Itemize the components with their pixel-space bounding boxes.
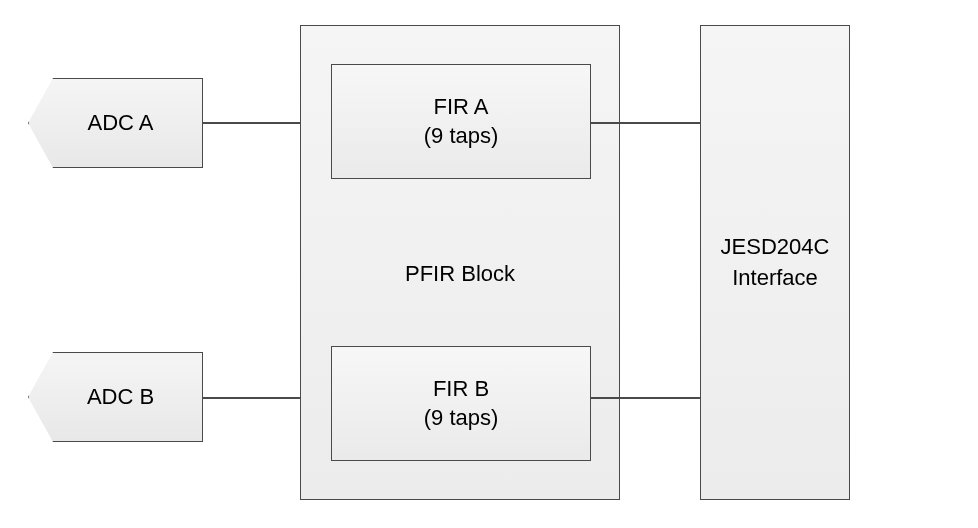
block-diagram: ADC A ADC B FIR A (9 taps) PFIR Block FI…	[0, 0, 978, 528]
fir-a-block: FIR A (9 taps)	[331, 64, 591, 179]
pfir-block: FIR A (9 taps) PFIR Block FIR B (9 taps)	[300, 25, 620, 500]
adc-b-label: ADC B	[87, 384, 154, 410]
connector-fir-a-to-jesd	[590, 122, 700, 124]
connector-fir-b-to-jesd	[590, 397, 700, 399]
jesd-line2: Interface	[732, 263, 818, 294]
fir-b-taps: (9 taps)	[424, 404, 499, 433]
fir-b-block: FIR B (9 taps)	[331, 346, 591, 461]
fir-a-taps: (9 taps)	[424, 122, 499, 151]
jesd-block: JESD204C Interface	[700, 25, 850, 500]
adc-b-block: ADC B	[28, 352, 203, 442]
adc-a-block: ADC A	[28, 78, 203, 168]
fir-a-name: FIR A	[433, 93, 488, 122]
adc-a-label: ADC A	[87, 110, 153, 136]
jesd-line1: JESD204C	[721, 232, 830, 263]
fir-b-name: FIR B	[433, 375, 489, 404]
pfir-label: PFIR Block	[301, 261, 619, 287]
